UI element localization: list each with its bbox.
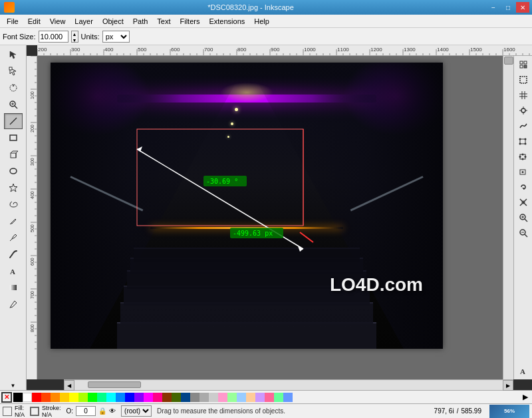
svg-point-27 xyxy=(521,108,525,112)
color-swatch-cyan[interactable] xyxy=(106,393,116,402)
menubar: File Edit View Layer Object Path Text Fi… xyxy=(0,15,532,28)
menu-file[interactable]: File xyxy=(3,16,23,27)
color-swatch-red[interactable] xyxy=(32,393,41,402)
zoom-in-btn[interactable] xyxy=(516,210,531,225)
star-tool[interactable] xyxy=(4,180,23,196)
snap-page-btn[interactable] xyxy=(516,73,531,87)
vscroll-thumb[interactable] xyxy=(504,57,513,65)
color-swatch-rose[interactable] xyxy=(153,393,162,402)
color-swatch-blue[interactable] xyxy=(125,393,134,402)
minimize-button[interactable]: − xyxy=(487,2,500,13)
menu-edit[interactable]: Edit xyxy=(24,16,45,27)
font-size-up[interactable]: ▲ xyxy=(72,31,78,37)
left-toolbar-scroll-down[interactable]: ▼ xyxy=(11,381,16,389)
snap-enable-btn[interactable] xyxy=(516,57,531,72)
color-swatch-azure[interactable] xyxy=(116,393,125,402)
color-swatch-spring-green[interactable] xyxy=(97,393,106,402)
snap-text-btn[interactable]: A xyxy=(516,363,531,378)
snap-grid-btn[interactable] xyxy=(516,88,531,103)
menu-help[interactable]: Help xyxy=(250,16,273,27)
ellipse-tool[interactable] xyxy=(4,163,23,179)
svg-rect-21 xyxy=(524,65,527,68)
menu-layer[interactable]: Layer xyxy=(70,16,97,27)
color-swatch-mint[interactable] xyxy=(274,393,283,402)
snap-rotation-btn[interactable] xyxy=(516,180,531,194)
menu-filters[interactable]: Filters xyxy=(176,16,204,27)
font-size-input[interactable] xyxy=(39,31,68,43)
color-swatch-light-green[interactable] xyxy=(227,393,237,402)
color-swatch-gray[interactable] xyxy=(190,393,200,402)
color-swatch-dark-blue[interactable] xyxy=(181,393,190,402)
color-swatch-magenta[interactable] xyxy=(144,393,153,402)
snap-midpoint-btn[interactable] xyxy=(516,149,531,164)
hscroll-right-btn[interactable]: ▶ xyxy=(503,380,513,391)
snap-paths-btn[interactable] xyxy=(516,118,531,133)
hscroll-thumb[interactable] xyxy=(88,381,141,388)
menu-view[interactable]: View xyxy=(46,16,70,27)
color-swatch-light-blue[interactable] xyxy=(237,393,246,402)
maximize-button[interactable]: □ xyxy=(501,2,515,13)
canvas-area: LO4D.com xyxy=(27,45,532,390)
color-swatch-light-gray[interactable] xyxy=(200,393,209,402)
color-swatch-brown[interactable] xyxy=(162,393,172,402)
color-swatch-yellow-green[interactable] xyxy=(78,393,88,402)
color-swatch-olive[interactable] xyxy=(172,393,181,402)
spiral-tool[interactable] xyxy=(4,196,23,212)
snap-intersection-btn[interactable] xyxy=(516,195,531,210)
menu-text[interactable]: Text xyxy=(153,16,174,27)
snap-nodes-btn[interactable] xyxy=(516,103,531,118)
menu-extensions[interactable]: Extensions xyxy=(205,16,249,27)
pen-tool[interactable] xyxy=(4,230,23,246)
stroke-info: Stroke: N/A xyxy=(42,405,61,418)
color-swatch-orange[interactable] xyxy=(51,393,60,402)
layer-select[interactable]: (root) xyxy=(121,405,152,417)
dropper-tool[interactable] xyxy=(4,296,23,312)
left-toolbar: A ▼ xyxy=(0,45,27,390)
menu-path[interactable]: Path xyxy=(129,16,152,27)
menu-object[interactable]: Object xyxy=(98,16,128,27)
color-swatch-green[interactable] xyxy=(88,393,97,402)
close-button[interactable]: ✕ xyxy=(516,2,529,13)
fill-color-box[interactable] xyxy=(3,407,12,416)
rect-tool[interactable] xyxy=(4,130,23,146)
tweak-tool[interactable] xyxy=(4,80,23,96)
color-swatch-violet[interactable] xyxy=(134,393,144,402)
snap-center-btn[interactable] xyxy=(516,164,531,179)
color-swatch-yellow-orange[interactable] xyxy=(60,393,69,402)
measure-tool[interactable] xyxy=(4,113,23,129)
zoom-out-btn[interactable] xyxy=(516,226,531,240)
hscroll-left-btn[interactable]: ◀ xyxy=(64,380,74,391)
color-swatch-periwinkle[interactable] xyxy=(283,393,293,402)
canvas-main[interactable]: LO4D.com xyxy=(37,56,513,379)
color-swatch-white[interactable] xyxy=(23,393,32,402)
color-swatch-pink[interactable] xyxy=(218,393,227,402)
pencil-tool[interactable] xyxy=(4,213,23,229)
gradient-tool[interactable] xyxy=(4,280,23,296)
node-tool[interactable] xyxy=(4,63,23,79)
ruler-horizontal xyxy=(37,45,532,56)
color-swatch-black[interactable] xyxy=(13,393,23,402)
font-size-down[interactable]: ▼ xyxy=(72,37,78,43)
color-swatch-peach[interactable] xyxy=(246,393,255,402)
opacity-input[interactable] xyxy=(76,406,96,416)
select-tool[interactable] xyxy=(4,47,23,63)
calligraphy-tool[interactable] xyxy=(4,246,23,262)
stroke-color-box[interactable] xyxy=(30,407,39,416)
text-tool[interactable]: A xyxy=(4,263,23,279)
units-select[interactable]: px mm cm in xyxy=(102,31,130,43)
color-swatch-red-orange[interactable] xyxy=(41,393,51,402)
vscrollbar[interactable] xyxy=(503,56,513,379)
zoom-tool[interactable] xyxy=(4,97,23,112)
no-color-swatch[interactable]: ✕ xyxy=(1,392,12,403)
color-swatch-yellow[interactable] xyxy=(69,393,78,402)
zoom-display: 585.99 xyxy=(461,407,481,415)
svg-point-40 xyxy=(519,156,521,158)
color-swatch-lavender[interactable] xyxy=(255,393,265,402)
3dbox-tool[interactable] xyxy=(4,146,23,162)
color-swatch-hot-pink[interactable] xyxy=(265,393,274,402)
palette-scroll-right[interactable]: ▶ xyxy=(520,392,531,403)
hscroll-track[interactable] xyxy=(74,380,503,390)
color-swatch-lighter-gray[interactable] xyxy=(209,393,218,402)
snap-bbox-corner-btn[interactable] xyxy=(516,134,531,148)
svg-rect-32 xyxy=(520,139,525,144)
